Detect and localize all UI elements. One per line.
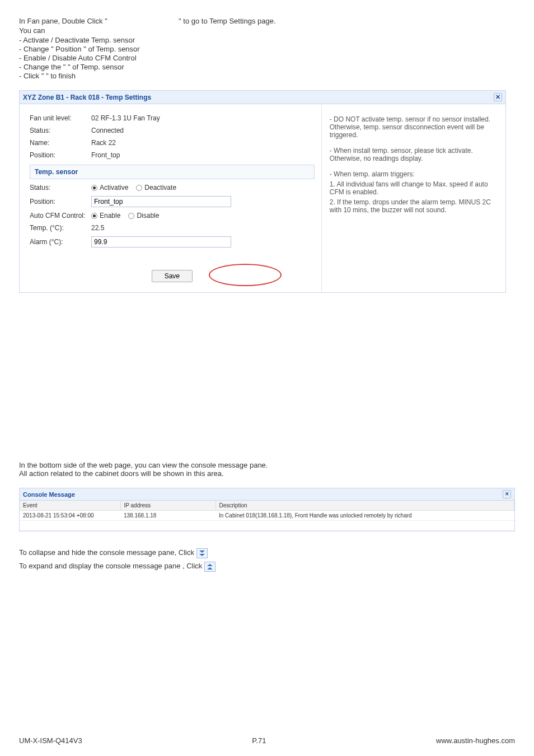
cell-desc: In Cabinet 018(138.168.1.18), Front Hand… bbox=[216, 511, 514, 521]
bullet-list: - Activate / Deactivate Temp. sensor - C… bbox=[19, 36, 515, 80]
sensor-position-input[interactable] bbox=[91, 196, 231, 207]
bullet-item: - Change the " " of Temp. sensor bbox=[19, 63, 515, 71]
cell-ip: 138.168.1.18 bbox=[120, 511, 216, 521]
dialog-title-text: XYZ Zone B1 - Rack 018 - Temp Settings bbox=[23, 94, 151, 101]
field-label: Fan unit level: bbox=[30, 114, 91, 122]
console-title-text: Console Message bbox=[23, 491, 75, 498]
intro-line-2: You can bbox=[19, 26, 515, 35]
body-text: All action related to the cabinet doors … bbox=[19, 469, 515, 478]
table-row: 2013-08-21 15:53:04 +08:00 138.168.1.18 … bbox=[20, 511, 514, 521]
alarm-row: Alarm (°C): bbox=[30, 236, 315, 248]
tempc-row: Temp. (°C): 22.5 bbox=[30, 224, 315, 232]
radio-icon bbox=[91, 213, 97, 219]
bullet-item: - Click " " to finish bbox=[19, 72, 515, 80]
sensor-status-row: Status: Activative Deactivate bbox=[30, 184, 315, 192]
field-value: Rack 22 bbox=[91, 139, 315, 147]
console-titlebar: Console Message ✕ bbox=[20, 488, 514, 501]
field-label: Position: bbox=[30, 151, 91, 159]
field-position: Position: Front_top bbox=[30, 151, 315, 159]
dialog-titlebar: XYZ Zone B1 - Rack 018 - Temp Settings ✕ bbox=[20, 91, 505, 104]
radio-enable[interactable]: Enable bbox=[91, 212, 120, 220]
radio-disable[interactable]: Disable bbox=[128, 212, 159, 220]
note-text: - DO NOT activate temp. sensor if no sen… bbox=[330, 115, 498, 139]
temp-sensor-header: Temp. sensor bbox=[30, 165, 315, 179]
highlight-oval bbox=[209, 264, 282, 286]
radio-label: Activative bbox=[100, 184, 128, 192]
radio-label: Enable bbox=[100, 212, 120, 220]
field-label: Position: bbox=[30, 198, 91, 206]
note-text: 2. If the temp. drops under the alarm te… bbox=[330, 198, 498, 214]
tempc-value: 22.5 bbox=[91, 224, 315, 232]
radio-label: Disable bbox=[137, 212, 159, 220]
radio-icon bbox=[128, 213, 134, 219]
radio-deactivate[interactable]: Deactivate bbox=[136, 184, 176, 192]
chevron-up-icon[interactable] bbox=[204, 562, 216, 572]
note-text: 1. All individual fans will change to Ma… bbox=[330, 180, 498, 196]
close-icon[interactable]: ✕ bbox=[494, 93, 502, 101]
intro-line-1: In Fan pane, Double Click " " to go to T… bbox=[19, 17, 515, 25]
console-table: Event IP address Description 2013-08-21 … bbox=[20, 501, 514, 531]
intro-suffix: " to go to Temp Settings page. bbox=[179, 17, 276, 25]
save-button[interactable]: Save bbox=[152, 270, 193, 282]
body-text: To expand and display the console messag… bbox=[19, 562, 204, 570]
collapse-icon[interactable]: ✕ bbox=[503, 490, 511, 498]
col-event: Event bbox=[20, 501, 120, 511]
footer-left: UM-X-ISM-Q414V3 bbox=[19, 736, 82, 745]
bullet-item: - Change " Position " of Temp. sensor bbox=[19, 45, 515, 53]
footer-right: www.austin-hughes.com bbox=[436, 736, 515, 745]
radio-icon bbox=[136, 185, 142, 191]
field-label: Alarm (°C): bbox=[30, 238, 91, 246]
radio-label: Deactivate bbox=[144, 184, 176, 192]
field-name: Name: Rack 22 bbox=[30, 139, 315, 147]
field-label: Temp. (°C): bbox=[30, 224, 91, 232]
body-text: To collapse and hide the console message… bbox=[19, 548, 196, 557]
alarm-input[interactable] bbox=[91, 236, 231, 248]
field-fan-unit-level: Fan unit level: 02 RF-1.3 1U Fan Tray bbox=[30, 114, 315, 122]
console-message-panel: Console Message ✕ Event IP address Descr… bbox=[19, 488, 515, 531]
collapse-instruction: To collapse and hide the console message… bbox=[19, 548, 515, 558]
intro-prefix: In Fan pane, Double Click " bbox=[19, 17, 109, 25]
note-text: - When install temp. sensor, please tick… bbox=[330, 147, 498, 162]
chevron-down-icon[interactable] bbox=[196, 548, 208, 558]
field-label: Status: bbox=[30, 127, 91, 134]
field-label: Status: bbox=[30, 184, 91, 192]
col-ip: IP address bbox=[120, 501, 216, 511]
body-text: In the bottom side of the web page, you … bbox=[19, 461, 515, 469]
sensor-position-row: Position: bbox=[30, 196, 315, 207]
temp-settings-dialog: XYZ Zone B1 - Rack 018 - Temp Settings ✕… bbox=[19, 90, 506, 293]
field-value: Front_top bbox=[91, 151, 315, 159]
radio-activate[interactable]: Activative bbox=[91, 184, 128, 192]
dialog-notes: - DO NOT activate temp. sensor if no sen… bbox=[321, 104, 505, 292]
table-row bbox=[20, 521, 514, 531]
expand-instruction: To expand and display the console messag… bbox=[19, 562, 515, 572]
footer-center: P.71 bbox=[252, 736, 266, 745]
bullet-item: - Activate / Deactivate Temp. sensor bbox=[19, 36, 515, 44]
bullet-item: - Enable / Disable Auto CFM Control bbox=[19, 54, 515, 62]
autocfm-row: Auto CFM Control: Enable Disable bbox=[30, 212, 315, 220]
col-desc: Description bbox=[216, 501, 514, 511]
field-label: Auto CFM Control: bbox=[30, 212, 91, 220]
field-value: 02 RF-1.3 1U Fan Tray bbox=[91, 114, 315, 122]
field-status: Status: Connected bbox=[30, 127, 315, 134]
cell-event: 2013-08-21 15:53:04 +08:00 bbox=[20, 511, 120, 521]
console-intro: In the bottom side of the web page, you … bbox=[19, 461, 515, 478]
field-value: Connected bbox=[91, 127, 315, 134]
radio-icon bbox=[91, 185, 97, 191]
page-footer: UM-X-ISM-Q414V3 P.71 www.austin-hughes.c… bbox=[19, 736, 515, 745]
note-text: - When temp. alarm triggers: bbox=[330, 170, 498, 178]
field-label: Name: bbox=[30, 139, 91, 147]
